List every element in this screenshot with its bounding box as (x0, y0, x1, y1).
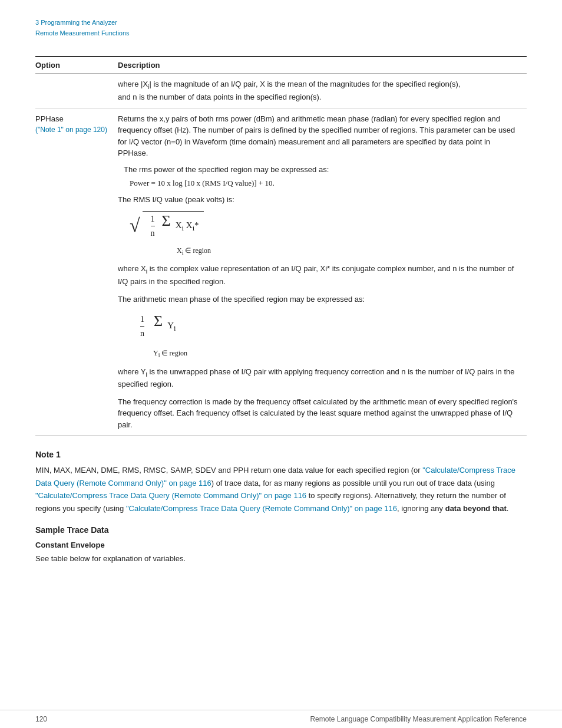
option-cell-pphase: PPHase ("Note 1" on page 120) (35, 108, 118, 436)
summation-block-yi: Σ (154, 314, 163, 339)
note-link2[interactable]: "Calculate/Compress Trace Data Query (Re… (35, 491, 306, 500)
sum-subscript-xi (166, 229, 167, 239)
subsection-heading-constant-envelope: Constant Envelope (35, 541, 527, 549)
footer-page-number: 120 (35, 715, 47, 723)
pphase-rms-power-intro: The rms power of the specified region ma… (124, 164, 521, 176)
main-table: Option Description where |Xi| is the mag… (35, 56, 527, 436)
description-cell-xi: where |Xi| is the magnitude of an I/Q pa… (118, 74, 527, 108)
formula-yi: Yi (167, 319, 176, 334)
note-body-part2: ) of trace data, for as many regions as … (211, 479, 495, 487)
footer-document-title: Remote Language Compatibility Measuremen… (310, 715, 527, 723)
note-title: Note 1 (35, 450, 527, 459)
pphase-mean-phase-intro: The arithmetic mean phase of the specifi… (118, 294, 521, 305)
note-body-part4: , ignoring any data beyond that. (397, 504, 508, 513)
sigma-char-xi: Σ (162, 213, 171, 229)
sample-trace-section: Sample Trace Data Constant Envelope See … (35, 525, 527, 565)
description-text-xi1: where |Xi| is the magnitude of an I/Q pa… (118, 80, 460, 88)
pphase-after-formula1: where Xi is the complex value representa… (118, 263, 521, 287)
option-name-pphase: PPHase (35, 113, 112, 125)
summation-block-xi: Σ (162, 213, 171, 239)
pphase-para1: Returns the x,y pairs of both rms power … (118, 113, 521, 159)
table-row-continuation: where |Xi| is the magnitude of an I/Q pa… (35, 74, 527, 108)
fraction-1-n-2: 1 n (140, 313, 144, 340)
sigma-char-yi: Σ (154, 314, 163, 329)
note-body-part1: MIN, MAX, MEAN, DME, RMS, RMSC, SAMP, SD… (35, 466, 422, 475)
section-heading-sample-trace: Sample Trace Data (35, 525, 527, 535)
pphase-freq-correction: The frequency correction is made by the … (118, 396, 521, 431)
description-text-xi2: and n is the number of data points in th… (118, 93, 321, 101)
table-row-pphase: PPHase ("Note 1" on page 120) Returns th… (35, 108, 527, 436)
formula-rms-iq: √ 1 n Σ Xi Xi* (130, 211, 521, 239)
frac2-den: n (140, 327, 144, 340)
fraction-numerator: 1 (151, 213, 155, 226)
formula-mean-phase: 1 n Σ Yi (135, 313, 521, 340)
description-cell-pphase: Returns the x,y pairs of both rms power … (118, 108, 527, 436)
formula1-subscript: Xi ∈ region (177, 245, 521, 257)
fraction-denominator: n (151, 226, 155, 239)
pphase-rms-iq-intro: The RMS I/Q value (peak volts) is: (118, 194, 521, 206)
option-cell-empty (35, 74, 118, 108)
breadcrumb: 3 Programming the Analyzer Remote Measur… (35, 18, 527, 38)
col-option-header: Option (35, 57, 118, 74)
note-section: Note 1 MIN, MAX, MEAN, DME, RMS, RMSC, S… (35, 450, 527, 515)
breadcrumb-line1: 3 Programming the Analyzer (35, 18, 527, 28)
option-link-pphase[interactable]: ("Note 1" on page 120) (35, 124, 112, 135)
see-table-text: See table below for explanation of varia… (35, 553, 527, 565)
fraction-1-n: 1 n (151, 213, 155, 239)
option-link-anchor[interactable]: ("Note 1" on page 120) (35, 126, 107, 134)
sum-subscript-yi (157, 329, 159, 339)
footer-bar: 120 Remote Language Compatibility Measur… (0, 710, 562, 728)
frac2-num: 1 (140, 313, 144, 327)
pphase-power-formula: Power = 10 x log [10 x (RMS I/Q value)] … (130, 177, 521, 189)
formula-xi-xi-star: Xi Xi* (176, 219, 199, 234)
col-description-header: Description (118, 57, 527, 74)
breadcrumb-line2: Remote Measurement Functions (35, 28, 527, 39)
sqrt-symbol: √ (130, 216, 140, 235)
pphase-after-formula2: where Yi is the unwrapped phase of I/Q p… (118, 366, 521, 390)
formula2-subscript: Yi ∈ region (153, 348, 521, 360)
note-link3[interactable]: "Calculate/Compress Trace Data Query (Re… (126, 504, 397, 513)
note-body: MIN, MAX, MEAN, DME, RMS, RMSC, SAMP, SD… (35, 464, 527, 515)
